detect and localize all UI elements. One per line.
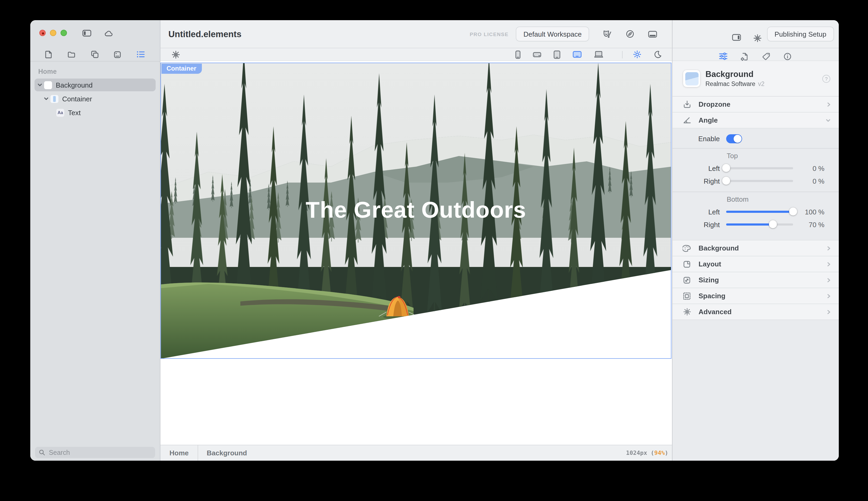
left-sidebar: Home Background Container Aa Text (30, 20, 160, 461)
section-layout[interactable]: Layout (672, 256, 839, 272)
chevron-right-icon (827, 245, 831, 251)
enable-label: Enable (672, 135, 720, 143)
sidebar-search[interactable] (35, 447, 155, 458)
inspector-title-bar: Publishing Setup (672, 20, 839, 48)
device-laptop-icon[interactable] (594, 51, 604, 58)
slider-thumb[interactable] (769, 221, 777, 228)
palette-icon (680, 244, 694, 252)
page-settings-gear-icon[interactable] (171, 50, 180, 58)
device-tablet-portrait-icon[interactable] (554, 50, 561, 58)
tree-item-label: Container (62, 95, 92, 103)
status-tab-page[interactable]: Background (198, 445, 255, 461)
angle-icon (680, 117, 694, 124)
bottom-right-slider-row: Right 70 % (672, 218, 839, 231)
license-badge: PRO LICENSE (470, 31, 508, 37)
toggle-bottom-bar-icon[interactable] (648, 31, 657, 38)
top-right-slider-row: Right 0 % (672, 174, 839, 187)
document-title: Untitled.elements (168, 29, 241, 39)
appearance-mask-icon[interactable] (603, 30, 612, 38)
zoom-button[interactable] (61, 30, 67, 36)
component-version: v2 (758, 81, 764, 87)
background-component-icon (44, 81, 52, 89)
section-dropzone[interactable]: Dropzone (672, 97, 839, 113)
help-icon[interactable]: ? (822, 75, 830, 83)
advanced-gear-icon (680, 308, 694, 316)
enable-toggle[interactable] (726, 134, 742, 143)
component-header: Background Realmac Softwarev2 ? (672, 61, 839, 97)
container-component-icon (51, 95, 59, 103)
canvas-size-readout: 1024px (94%) (626, 449, 668, 456)
chevron-right-icon (827, 309, 831, 315)
selection-tag[interactable]: Container (161, 63, 202, 74)
inspector-content: Background Realmac Softwarev2 ? Dropzone… (672, 61, 839, 461)
section-advanced[interactable]: Advanced (672, 304, 839, 320)
component-thumbnail (683, 70, 700, 87)
folders-icon[interactable] (67, 51, 75, 58)
dropzone-icon (680, 100, 694, 108)
slider-thumb[interactable] (789, 208, 797, 216)
traffic-lights (39, 30, 67, 36)
device-phone-portrait-icon[interactable] (515, 50, 521, 58)
chevron-right-icon (827, 102, 831, 107)
bottom-right-slider[interactable] (726, 224, 793, 226)
minimize-button[interactable] (50, 30, 56, 36)
selected-container[interactable]: The Great Outdoors Container (160, 63, 671, 359)
new-page-icon[interactable] (45, 51, 52, 58)
bottom-group-heading: Bottom (727, 195, 839, 203)
inspector-panel: Publishing Setup Background Realmac Soft… (672, 20, 839, 461)
workspace-button[interactable]: Default Workspace (516, 26, 589, 41)
close-button[interactable] (39, 30, 46, 36)
publishing-setup-button[interactable]: Publishing Setup (767, 26, 834, 41)
text-component-icon: Aa (56, 108, 64, 117)
tree-section-label: Home (34, 66, 156, 78)
component-vendor: Realmac Softwarev2 (705, 81, 764, 87)
toggle-sidebar-icon[interactable] (82, 30, 91, 36)
outline-list-icon[interactable] (137, 51, 145, 58)
preview-compass-icon[interactable] (626, 30, 634, 38)
chevron-right-icon (827, 293, 831, 299)
panel-filler (672, 320, 839, 461)
slider-thumb[interactable] (722, 177, 730, 185)
page-canvas[interactable]: The Great Outdoors Container (160, 61, 672, 445)
search-input[interactable] (48, 448, 151, 457)
tree-item-background[interactable]: Background (34, 78, 156, 91)
assets-icon[interactable] (114, 51, 122, 58)
layout-icon (680, 260, 694, 268)
inspector-tab-strip (672, 48, 839, 61)
app-window: Home Background Container Aa Text Untit (30, 20, 839, 461)
cloud-sync-icon[interactable] (104, 30, 114, 36)
top-left-slider[interactable] (726, 168, 793, 169)
tree-item-text[interactable]: Aa Text (34, 106, 156, 119)
section-spacing[interactable]: Spacing (672, 288, 839, 304)
dark-mode-moon-icon[interactable] (654, 51, 661, 58)
status-tab-home[interactable]: Home (160, 445, 198, 461)
top-right-slider[interactable] (726, 180, 793, 182)
device-phone-landscape-icon[interactable] (533, 52, 541, 57)
slider-thumb[interactable] (722, 164, 730, 172)
toolbar-divider (622, 51, 623, 58)
screen: Home Background Container Aa Text Untit (0, 0, 868, 501)
light-mode-sun-icon[interactable] (633, 51, 641, 58)
sidebar-tab-strip (30, 49, 160, 62)
tree-item-label: Background (56, 81, 93, 89)
status-bar: Home Background 1024px (94%) (160, 445, 672, 461)
angle-settings: Enable Top Left 0 % Right (672, 128, 839, 241)
section-background[interactable]: Background (672, 241, 839, 256)
search-icon (39, 449, 45, 456)
tree-item-container[interactable]: Container (34, 92, 156, 105)
disclosure-chevron-icon[interactable] (42, 97, 51, 101)
hero-title-text[interactable]: The Great Outdoors (160, 197, 671, 223)
components-icon[interactable] (91, 51, 98, 58)
zoom-percent: 94% (654, 449, 665, 456)
bottom-left-slider[interactable] (726, 211, 793, 213)
device-tablet-landscape-icon[interactable] (573, 51, 582, 58)
disclosure-chevron-icon[interactable] (35, 83, 44, 87)
editor-column: Untitled.elements PRO LICENSE Default Wo… (160, 20, 672, 461)
section-angle[interactable]: Angle (672, 113, 839, 128)
section-sizing[interactable]: Sizing (672, 272, 839, 288)
chevron-right-icon (827, 277, 831, 283)
title-bar: Untitled.elements PRO LICENSE Default Wo… (160, 20, 672, 48)
sizing-icon (680, 276, 694, 284)
chevron-down-icon (826, 118, 831, 122)
top-group-heading: Top (727, 152, 839, 160)
